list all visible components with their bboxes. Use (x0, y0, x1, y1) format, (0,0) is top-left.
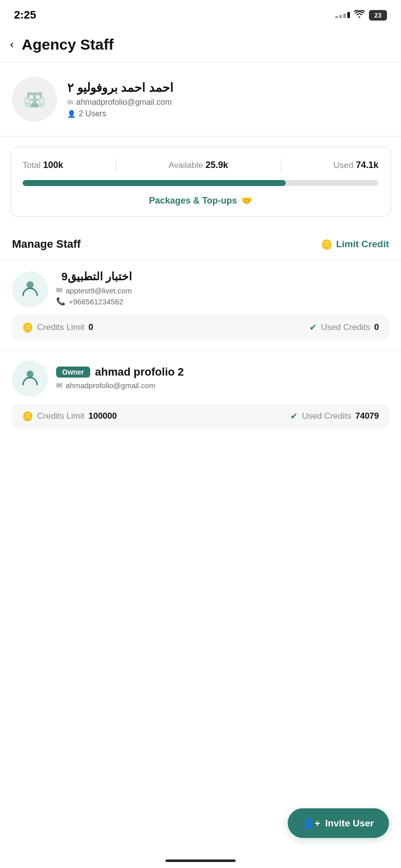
battery-icon: 23 (369, 10, 387, 21)
staff-name-0: اختبار التطبيق9 (56, 270, 132, 283)
packages-link[interactable]: Packages & Top-ups 🤝 (23, 195, 378, 206)
users-icon: 👤 (67, 110, 76, 118)
agency-details: احمد احمد بروفوليو ٢ ✉ ahmadprofolio@gma… (67, 81, 173, 118)
limit-credit-icon: 🪙 (321, 239, 333, 250)
manage-staff-title: Manage Staff (12, 238, 81, 251)
svg-rect-10 (41, 100, 43, 102)
used-credits-1: ✔ Used Credits 74079 (290, 411, 379, 422)
credits-limit-1: 🪙 Credits Limit 100000 (22, 411, 117, 422)
back-button[interactable]: ‹ (10, 38, 14, 51)
phone-icon-0: 📞 (56, 297, 66, 306)
invite-user-button[interactable]: 👤+ Invite User (288, 808, 389, 838)
home-indicator (165, 859, 236, 862)
used-credit: Used 74.1k (333, 160, 378, 170)
credits-limit-0: 🪙 Credits Limit 0 (22, 322, 93, 333)
signal-icon (335, 12, 350, 18)
email-icon: ✉ (67, 98, 73, 106)
staff-phone-0: 📞 +966561234562 (56, 297, 132, 306)
check-icon-1: ✔ (290, 411, 298, 422)
building-icon (20, 83, 50, 115)
credits-card: Total 100k Available 25.9k Used 74.1k Pa… (10, 146, 391, 217)
invite-icon: 👤+ (303, 817, 320, 829)
used-credits-0: ✔ Used Credits 0 (309, 322, 379, 333)
available-credit: Available 25.9k (168, 160, 228, 170)
staff-item-1: ahmad profolio 2 Owner ✉ ahmadprofolio@g… (0, 350, 401, 429)
limit-credit-button[interactable]: 🪙 Limit Credit (321, 239, 389, 250)
check-icon-0: ✔ (309, 322, 317, 333)
staff-header-0: اختبار التطبيق9 ✉ apptest9@livet.com 📞 +… (12, 270, 389, 308)
staff-name-1: ahmad profolio 2 Owner (56, 366, 184, 379)
agency-email: ✉ ahmadprofolio@gmail.com (67, 98, 173, 107)
wifi-icon (354, 10, 365, 21)
coins-icon-1: 🪙 (22, 411, 33, 422)
staff-email-1: ✉ ahmadprofolio@gmail.com (56, 381, 184, 390)
owner-badge: Owner (56, 367, 90, 378)
status-bar: 2:25 23 (0, 0, 401, 27)
svg-rect-9 (26, 100, 29, 102)
staff-info-1: ahmad profolio 2 Owner ✉ ahmadprofolio@g… (56, 366, 184, 392)
progress-bar-wrap (23, 180, 378, 186)
coins-icon-0: 🪙 (22, 322, 33, 333)
staff-info-0: اختبار التطبيق9 ✉ apptest9@livet.com 📞 +… (56, 270, 132, 308)
agency-users: 👤 2 Users (67, 109, 173, 118)
packages-emoji: 🤝 (241, 195, 252, 206)
email-icon-1: ✉ (56, 381, 63, 390)
page-title: Agency Staff (22, 36, 113, 53)
divider-1 (116, 158, 116, 172)
agency-name: احمد احمد بروفوليو ٢ (67, 81, 173, 95)
divider-2 (281, 158, 281, 172)
status-icons: 23 (335, 10, 387, 21)
staff-header-1: ahmad profolio 2 Owner ✉ ahmadprofolio@g… (12, 361, 389, 397)
agency-info: احمد احمد بروفوليو ٢ ✉ ahmadprofolio@gma… (0, 63, 401, 136)
header: ‹ Agency Staff (0, 27, 401, 63)
agency-logo (12, 77, 57, 122)
credits-stats: Total 100k Available 25.9k Used 74.1k (23, 158, 378, 172)
total-credit: Total 100k (23, 160, 63, 170)
staff-credits-row-0: 🪙 Credits Limit 0 ✔ Used Credits 0 (12, 315, 389, 340)
person-icon-1 (21, 368, 39, 390)
manage-staff-header: Manage Staff 🪙 Limit Credit (0, 227, 401, 260)
staff-avatar-0 (12, 271, 48, 307)
staff-credits-row-1: 🪙 Credits Limit 100000 ✔ Used Credits 74… (12, 404, 389, 429)
person-icon-0 (21, 278, 39, 300)
staff-item-0: اختبار التطبيق9 ✉ apptest9@livet.com 📞 +… (0, 260, 401, 340)
staff-avatar-1 (12, 361, 48, 397)
svg-point-11 (27, 281, 34, 288)
staff-email-0: ✉ apptest9@livet.com (56, 286, 132, 295)
progress-bar-fill (23, 180, 286, 186)
status-time: 2:25 (14, 9, 36, 22)
svg-point-12 (27, 371, 34, 378)
email-icon-0: ✉ (56, 286, 63, 295)
